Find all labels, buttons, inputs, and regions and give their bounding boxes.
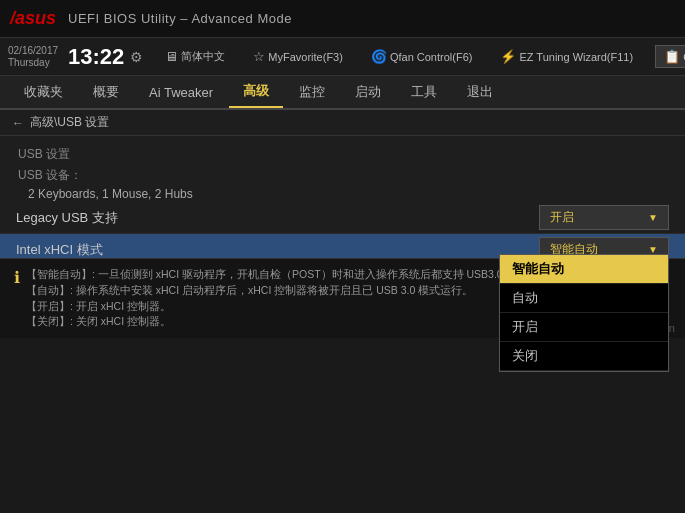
language-icon: 🖥 bbox=[165, 49, 178, 64]
info-line-3: 【开启】: 开启 xHCI 控制器。 bbox=[26, 299, 539, 315]
datetime-display: 02/16/2017 Thursday bbox=[8, 45, 58, 69]
quick-icon: 📋 bbox=[664, 49, 680, 64]
time-value: 13:22 bbox=[68, 44, 124, 70]
toolbar-myfavorite[interactable]: ☆ MyFavorite(F3) bbox=[247, 47, 349, 66]
tab-overview[interactable]: 概要 bbox=[79, 77, 133, 107]
tab-boot[interactable]: 启动 bbox=[341, 77, 395, 107]
ez-icon: ⚡ bbox=[500, 49, 516, 64]
back-arrow[interactable]: ← bbox=[12, 116, 24, 130]
toolbar-qfan[interactable]: 🌀 Qfan Control(F6) bbox=[365, 47, 479, 66]
dropdown-option-off[interactable]: 关闭 bbox=[500, 342, 668, 371]
tab-monitor[interactable]: 监控 bbox=[285, 77, 339, 107]
info-icon: ℹ bbox=[14, 268, 20, 287]
bios-title: UEFI BIOS Utility – Advanced Mode bbox=[68, 11, 292, 26]
tab-advanced[interactable]: 高级 bbox=[229, 76, 283, 108]
tab-exit[interactable]: 退出 bbox=[453, 77, 507, 107]
tab-tools[interactable]: 工具 bbox=[397, 77, 451, 107]
header-bar: /asus UEFI BIOS Utility – Advanced Mode bbox=[0, 0, 685, 38]
time-row: 13:22 ⚙ bbox=[68, 44, 143, 70]
qfan-icon: 🌀 bbox=[371, 49, 387, 64]
nav-tabs: 收藏夹 概要 Ai Tweaker 高级 监控 启动 工具 退出 bbox=[0, 76, 685, 110]
language-label: 简体中文 bbox=[181, 49, 225, 64]
dropdown-option-on[interactable]: 开启 bbox=[500, 313, 668, 342]
legacy-usb-value-container[interactable]: 开启 ▼ bbox=[539, 205, 669, 230]
asus-logo: /asus bbox=[10, 8, 56, 29]
toolbar-ez-tuning[interactable]: ⚡ EZ Tuning Wizard(F11) bbox=[494, 47, 639, 66]
breadcrumb-path: 高级\USB 设置 bbox=[30, 114, 109, 131]
ez-label: EZ Tuning Wizard(F11) bbox=[519, 51, 633, 63]
weekday-value: Thursday bbox=[8, 57, 58, 69]
gear-icon[interactable]: ⚙ bbox=[130, 49, 143, 65]
info-line-1: 【智能自动】: 一旦侦测到 xHCI 驱动程序，开机自检（POST）时和进入操作… bbox=[26, 267, 539, 283]
info-line-2: 【自动】: 操作系统中安装 xHCI 启动程序后，xHCI 控制器将被开启且已 … bbox=[26, 283, 539, 299]
usb-devices-value: 2 Keyboards, 1 Mouse, 2 Hubs bbox=[0, 186, 685, 202]
toolbar: 02/16/2017 Thursday 13:22 ⚙ 🖥 简体中文 ☆ MyF… bbox=[0, 38, 685, 76]
content-area: USB 设置 USB 设备： 2 Keyboards, 1 Mouse, 2 H… bbox=[0, 136, 685, 338]
tab-favorites[interactable]: 收藏夹 bbox=[10, 77, 77, 107]
dropdown-option-smart-auto[interactable]: 智能自动 bbox=[500, 255, 668, 284]
legacy-usb-dropdown[interactable]: 开启 ▼ bbox=[539, 205, 669, 230]
legacy-usb-label: Legacy USB 支持 bbox=[16, 209, 539, 227]
usb-devices-label: USB 设备： bbox=[0, 165, 685, 186]
favorite-label: MyFavorite(F3) bbox=[268, 51, 343, 63]
legacy-usb-row[interactable]: Legacy USB 支持 开启 ▼ bbox=[0, 202, 685, 234]
toolbar-language[interactable]: 🖥 简体中文 bbox=[159, 47, 231, 66]
usb-settings-label: USB 设置 bbox=[0, 144, 685, 165]
dropdown-option-auto[interactable]: 自动 bbox=[500, 284, 668, 313]
xhci-mode-label: Intel xHCI 模式 bbox=[16, 241, 539, 259]
legacy-usb-arrow-icon: ▼ bbox=[648, 212, 658, 223]
favorite-icon: ☆ bbox=[253, 49, 265, 64]
xhci-dropdown-menu[interactable]: 智能自动 自动 开启 关闭 bbox=[499, 254, 669, 372]
info-text-block: 【智能自动】: 一旦侦测到 xHCI 驱动程序，开机自检（POST）时和进入操作… bbox=[26, 267, 539, 330]
info-line-4: 【关闭】: 关闭 xHCI 控制器。 bbox=[26, 314, 539, 330]
quick-no-button[interactable]: 📋 Quick No bbox=[655, 45, 685, 68]
legacy-usb-current: 开启 bbox=[550, 209, 574, 226]
tab-ai-tweaker[interactable]: Ai Tweaker bbox=[135, 79, 227, 106]
breadcrumb: ← 高级\USB 设置 bbox=[0, 110, 685, 136]
date-value: 02/16/2017 bbox=[8, 45, 58, 57]
qfan-label: Qfan Control(F6) bbox=[390, 51, 473, 63]
